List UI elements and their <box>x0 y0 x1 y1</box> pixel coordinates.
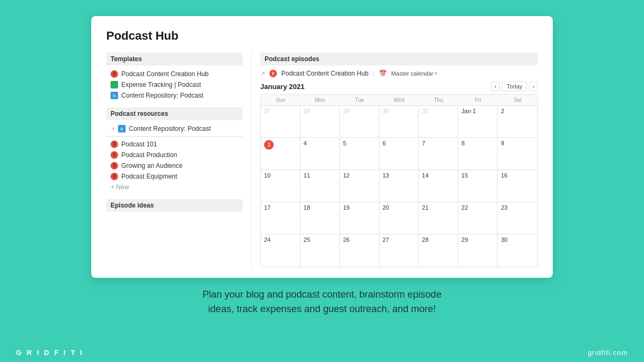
calendar-cell[interactable]: 7 <box>419 138 458 169</box>
calendar-cell[interactable]: 29 <box>340 106 379 137</box>
sidebar-item-label: Podcast Content Creation Hub <box>121 70 209 78</box>
calendar-nav: January 2021 ‹ Today › <box>260 82 538 91</box>
calendar-db-icon: 📅 <box>379 70 387 77</box>
episode-ideas-section: Episode ideas <box>106 199 243 212</box>
calendar-week-5: 24252627282930 <box>261 234 537 267</box>
calendar-cell[interactable]: 13 <box>379 170 419 202</box>
calendar-week-3: 10111213141516 <box>261 170 537 202</box>
calendar-month-label: January 2021 <box>260 83 304 91</box>
sidebar-item-podcast-equipment[interactable]: Podcast Equipment <box>106 171 243 182</box>
calendar-cell[interactable]: 8 <box>458 138 498 169</box>
sidebar-item-podcast-101[interactable]: Podcast 101 <box>106 139 243 150</box>
sidebar-item-content-repo-template[interactable]: Content Repository: Podcast <box>106 90 243 101</box>
calendar-header-row: Sun Mon Tue Wed Thu Fri Sat <box>261 95 537 106</box>
calendar-cell[interactable]: 27 <box>261 106 301 137</box>
sidebar-item-podcast-production[interactable]: Podcast Production <box>106 150 243 160</box>
sidebar-item-label: Podcast Production <box>121 151 177 159</box>
calendar-cell[interactable]: 23 <box>497 202 537 234</box>
templates-header: Templates <box>106 53 243 65</box>
calendar-cell[interactable]: 5 <box>340 138 379 169</box>
calendar-body: 2728293031Jan 12345678910111213141516171… <box>261 106 537 267</box>
calendar-cell[interactable]: 26 <box>340 234 379 267</box>
day-name-tue: Tue <box>340 95 379 105</box>
separator: | <box>373 70 375 77</box>
green-rect-icon <box>111 81 118 88</box>
brand-name: G R I D F I T I <box>16 349 84 357</box>
sidebar-item-label: Podcast Equipment <box>121 173 177 180</box>
sidebar-item-label: Expense Tracking | Podcast <box>121 81 201 88</box>
new-item-button[interactable]: + New <box>106 182 243 193</box>
sidebar-item-podcast-creation[interactable]: Podcast Content Creation Hub <box>106 69 243 79</box>
calendar-cell[interactable]: 27 <box>379 234 419 267</box>
master-calendar-button[interactable]: Master calendar ▾ <box>391 70 437 77</box>
page-title: Podcast Hub <box>106 29 538 43</box>
calendar-cell[interactable]: 25 <box>301 234 340 267</box>
card-body: Templates Podcast Content Creation Hub E… <box>106 53 538 267</box>
calendar-cell[interactable]: 28 <box>301 106 340 137</box>
calendar-cell[interactable]: 4 <box>301 138 340 169</box>
calendar-cell[interactable]: 30 <box>379 106 419 137</box>
today-button[interactable]: Today <box>502 82 527 91</box>
calendar-top-bar: ↗ 🎙 Podcast Content Creation Hub | 📅 Mas… <box>260 70 538 77</box>
sidebar-item-label: Podcast 101 <box>121 141 157 148</box>
calendar-cell[interactable]: 16 <box>497 170 537 202</box>
calendar-cell[interactable]: 29 <box>458 234 498 267</box>
next-month-button[interactable]: › <box>529 82 538 91</box>
microphone-icon <box>111 70 118 78</box>
sidebar-item-label: Content Repository: Podcast <box>129 125 211 132</box>
sidebar-item-expense-tracking[interactable]: Expense Tracking | Podcast <box>106 79 243 90</box>
calendar-panel: Podcast episodes ↗ 🎙 Podcast Content Cre… <box>251 53 538 267</box>
calendar-section-header: Podcast episodes <box>260 53 538 65</box>
prev-month-button[interactable]: ‹ <box>491 82 500 91</box>
calendar-cell[interactable]: 31 <box>419 106 458 137</box>
calendar-cell[interactable]: 24 <box>261 234 301 267</box>
content-repo-icon <box>118 125 126 132</box>
calendar-grid: Sun Mon Tue Wed Thu Fri Sat 2728293031Ja… <box>260 94 538 267</box>
calendar-week-4: 17181920212223 <box>261 202 537 234</box>
resources-header: Podcast resources <box>106 107 243 120</box>
calendar-cell[interactable]: 20 <box>379 202 419 234</box>
blue-lines-icon <box>111 92 118 99</box>
calendar-cell[interactable]: 15 <box>458 170 498 202</box>
cal-page-label[interactable]: Podcast Content Creation Hub <box>281 70 369 77</box>
day-name-thu: Thu <box>419 95 458 105</box>
external-link-icon: ↗ <box>260 70 265 77</box>
calendar-cell[interactable]: 3 <box>261 138 301 169</box>
footer: G R I D F I T I gridfiti.com <box>0 343 644 362</box>
microphone-icon <box>111 173 118 180</box>
calendar-cell[interactable]: 6 <box>379 138 419 169</box>
calendar-cell[interactable]: 17 <box>261 202 301 234</box>
microphone-icon <box>111 151 118 159</box>
calendar-cell[interactable]: 22 <box>458 202 498 234</box>
templates-section: Templates Podcast Content Creation Hub E… <box>106 53 243 101</box>
calendar-cell[interactable]: 19 <box>340 202 379 234</box>
day-name-mon: Mon <box>301 95 340 105</box>
calendar-cell[interactable]: Jan 1 <box>458 106 498 137</box>
calendar-cell[interactable]: 28 <box>419 234 458 267</box>
sidebar: Templates Podcast Content Creation Hub E… <box>106 53 251 267</box>
episode-ideas-header: Episode ideas <box>106 199 243 212</box>
sidebar-item-content-repo-link[interactable]: ↗ Content Repository: Podcast <box>106 123 243 134</box>
sidebar-item-label: Growing an Audience <box>121 162 182 169</box>
day-name-sun: Sun <box>261 95 301 105</box>
master-cal-label: Master calendar <box>391 70 434 77</box>
calendar-cell[interactable]: 10 <box>261 170 301 202</box>
resources-section: Podcast resources ↗ Content Repository: … <box>106 107 243 193</box>
calendar-cell[interactable]: 18 <box>301 202 340 234</box>
calendar-cell[interactable]: 9 <box>497 138 537 169</box>
microphone-icon <box>111 141 118 148</box>
calendar-cell[interactable]: 2 <box>497 106 537 137</box>
calendar-cell[interactable]: 30 <box>497 234 537 267</box>
calendar-week-1: 2728293031Jan 12 <box>261 106 537 138</box>
day-name-sat: Sat <box>497 95 537 105</box>
calendar-cell[interactable]: 11 <box>301 170 340 202</box>
sidebar-item-growing-audience[interactable]: Growing an Audience <box>106 160 243 171</box>
calendar-cell[interactable]: 12 <box>340 170 379 202</box>
calendar-cell[interactable]: 21 <box>419 202 458 234</box>
bottom-description: Plan your blog and podcast content, brai… <box>202 287 441 316</box>
microphone-icon <box>111 162 118 169</box>
day-name-fri: Fri <box>458 95 498 105</box>
brand-url: gridfiti.com <box>588 349 628 357</box>
main-card: Podcast Hub Templates Podcast Content Cr… <box>91 16 553 278</box>
calendar-cell[interactable]: 14 <box>419 170 458 202</box>
